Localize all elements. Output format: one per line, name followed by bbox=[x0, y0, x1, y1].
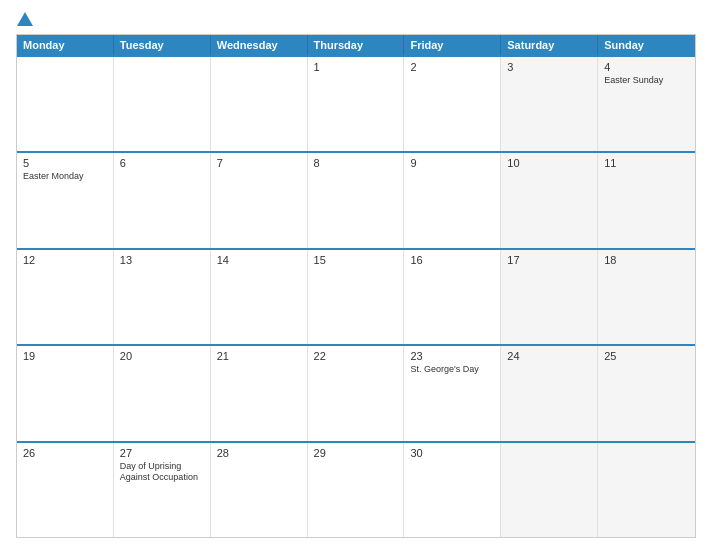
svg-marker-0 bbox=[17, 12, 33, 26]
cal-day-number: 6 bbox=[120, 157, 204, 169]
cal-cell: 24 bbox=[501, 346, 598, 440]
calendar-page: MondayTuesdayWednesdayThursdayFridaySatu… bbox=[0, 0, 712, 550]
cal-day-number: 22 bbox=[314, 350, 398, 362]
calendar-header-row: MondayTuesdayWednesdayThursdayFridaySatu… bbox=[17, 35, 695, 55]
cal-cell: 4Easter Sunday bbox=[598, 57, 695, 151]
cal-day-number: 16 bbox=[410, 254, 494, 266]
cal-header-friday: Friday bbox=[404, 35, 501, 55]
cal-cell: 7 bbox=[211, 153, 308, 247]
cal-day-number: 28 bbox=[217, 447, 301, 459]
cal-day-number: 3 bbox=[507, 61, 591, 73]
cal-event: Day of UprisingAgainst Occupation bbox=[120, 461, 204, 484]
cal-week-5: 2627Day of UprisingAgainst Occupation282… bbox=[17, 441, 695, 537]
cal-cell bbox=[211, 57, 308, 151]
cal-header-monday: Monday bbox=[17, 35, 114, 55]
cal-header-tuesday: Tuesday bbox=[114, 35, 211, 55]
cal-day-number: 1 bbox=[314, 61, 398, 73]
cal-day-number: 27 bbox=[120, 447, 204, 459]
cal-day-number: 30 bbox=[410, 447, 494, 459]
cal-week-2: 5Easter Monday67891011 bbox=[17, 151, 695, 247]
calendar-body: 1234Easter Sunday5Easter Monday678910111… bbox=[17, 55, 695, 537]
cal-event: Easter Sunday bbox=[604, 75, 689, 87]
cal-cell: 8 bbox=[308, 153, 405, 247]
cal-day-number: 26 bbox=[23, 447, 107, 459]
header bbox=[16, 12, 696, 26]
cal-cell: 25 bbox=[598, 346, 695, 440]
cal-day-number: 8 bbox=[314, 157, 398, 169]
cal-cell bbox=[114, 57, 211, 151]
cal-day-number: 7 bbox=[217, 157, 301, 169]
cal-cell: 20 bbox=[114, 346, 211, 440]
cal-day-number: 4 bbox=[604, 61, 689, 73]
cal-cell: 19 bbox=[17, 346, 114, 440]
cal-day-number: 24 bbox=[507, 350, 591, 362]
cal-day-number: 14 bbox=[217, 254, 301, 266]
cal-week-4: 1920212223St. George's Day2425 bbox=[17, 344, 695, 440]
cal-cell: 16 bbox=[404, 250, 501, 344]
cal-day-number: 10 bbox=[507, 157, 591, 169]
cal-cell: 29 bbox=[308, 443, 405, 537]
cal-day-number: 23 bbox=[410, 350, 494, 362]
cal-day-number: 15 bbox=[314, 254, 398, 266]
cal-cell: 6 bbox=[114, 153, 211, 247]
cal-day-number: 9 bbox=[410, 157, 494, 169]
cal-cell: 23St. George's Day bbox=[404, 346, 501, 440]
logo-icon bbox=[17, 12, 33, 26]
cal-header-thursday: Thursday bbox=[308, 35, 405, 55]
cal-day-number: 12 bbox=[23, 254, 107, 266]
cal-event: Easter Monday bbox=[23, 171, 107, 183]
cal-cell: 9 bbox=[404, 153, 501, 247]
cal-day-number: 19 bbox=[23, 350, 107, 362]
cal-header-sunday: Sunday bbox=[598, 35, 695, 55]
cal-day-number: 18 bbox=[604, 254, 689, 266]
cal-day-number: 11 bbox=[604, 157, 689, 169]
cal-day-number: 25 bbox=[604, 350, 689, 362]
cal-header-saturday: Saturday bbox=[501, 35, 598, 55]
cal-cell: 27Day of UprisingAgainst Occupation bbox=[114, 443, 211, 537]
cal-day-number: 17 bbox=[507, 254, 591, 266]
cal-cell: 5Easter Monday bbox=[17, 153, 114, 247]
cal-cell: 2 bbox=[404, 57, 501, 151]
cal-cell: 18 bbox=[598, 250, 695, 344]
cal-day-number: 29 bbox=[314, 447, 398, 459]
cal-day-number: 21 bbox=[217, 350, 301, 362]
cal-cell: 28 bbox=[211, 443, 308, 537]
cal-cell: 12 bbox=[17, 250, 114, 344]
cal-week-1: 1234Easter Sunday bbox=[17, 55, 695, 151]
cal-cell: 21 bbox=[211, 346, 308, 440]
cal-cell: 3 bbox=[501, 57, 598, 151]
cal-cell: 1 bbox=[308, 57, 405, 151]
cal-header-wednesday: Wednesday bbox=[211, 35, 308, 55]
logo bbox=[16, 12, 33, 26]
cal-cell: 13 bbox=[114, 250, 211, 344]
cal-day-number: 13 bbox=[120, 254, 204, 266]
cal-day-number: 2 bbox=[410, 61, 494, 73]
cal-cell: 14 bbox=[211, 250, 308, 344]
cal-day-number: 5 bbox=[23, 157, 107, 169]
cal-cell: 11 bbox=[598, 153, 695, 247]
calendar: MondayTuesdayWednesdayThursdayFridaySatu… bbox=[16, 34, 696, 538]
cal-cell: 15 bbox=[308, 250, 405, 344]
cal-day-number: 20 bbox=[120, 350, 204, 362]
cal-cell: 10 bbox=[501, 153, 598, 247]
cal-week-3: 12131415161718 bbox=[17, 248, 695, 344]
cal-cell bbox=[501, 443, 598, 537]
cal-cell: 17 bbox=[501, 250, 598, 344]
cal-cell: 22 bbox=[308, 346, 405, 440]
cal-cell: 30 bbox=[404, 443, 501, 537]
cal-cell bbox=[17, 57, 114, 151]
cal-cell: 26 bbox=[17, 443, 114, 537]
cal-cell bbox=[598, 443, 695, 537]
cal-event: St. George's Day bbox=[410, 364, 494, 376]
